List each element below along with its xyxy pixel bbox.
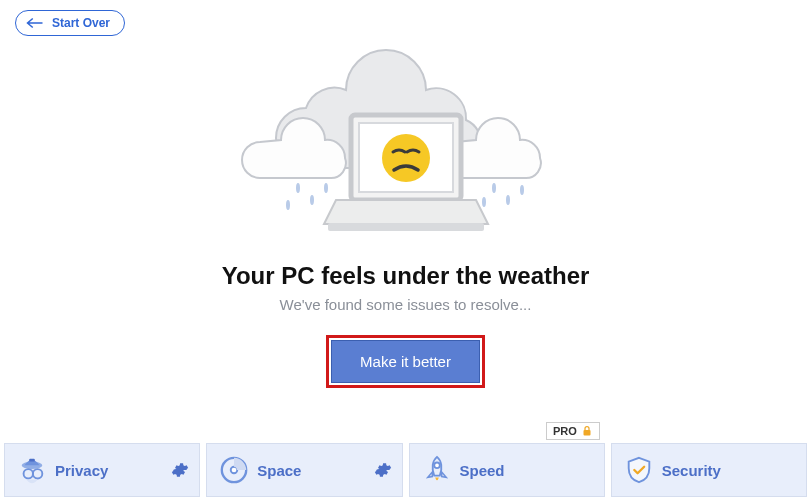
card-label: Speed xyxy=(460,462,594,479)
card-label: Space xyxy=(257,462,373,479)
svg-point-4 xyxy=(492,183,496,193)
spy-icon xyxy=(15,455,49,485)
rocket-icon xyxy=(420,455,454,485)
gear-icon[interactable] xyxy=(171,461,189,479)
svg-rect-18 xyxy=(583,430,590,436)
cta-highlight-box: Make it better xyxy=(326,335,485,388)
svg-point-3 xyxy=(286,200,290,210)
sad-laptop-illustration xyxy=(226,10,586,240)
card-security[interactable]: Security xyxy=(611,443,807,497)
svg-point-1 xyxy=(310,195,314,205)
card-privacy[interactable]: Privacy xyxy=(4,443,200,497)
pro-badge: PRO xyxy=(546,422,600,440)
card-space[interactable]: Space xyxy=(206,443,402,497)
svg-point-0 xyxy=(296,183,300,193)
card-speed[interactable]: PRO Speed xyxy=(409,443,605,497)
svg-point-7 xyxy=(482,197,486,207)
svg-point-5 xyxy=(506,195,510,205)
svg-point-19 xyxy=(434,463,440,469)
start-over-button[interactable]: Start Over xyxy=(15,10,125,36)
gear-icon[interactable] xyxy=(374,461,392,479)
svg-point-14 xyxy=(24,469,33,478)
svg-rect-10 xyxy=(328,223,484,231)
make-it-better-button[interactable]: Make it better xyxy=(331,340,480,383)
svg-point-11 xyxy=(382,134,430,182)
svg-point-15 xyxy=(33,469,42,478)
svg-point-2 xyxy=(324,183,328,193)
start-over-label: Start Over xyxy=(52,16,110,30)
shield-icon xyxy=(622,455,656,485)
hero-section: Your PC feels under the weather We've fo… xyxy=(216,10,596,388)
svg-rect-13 xyxy=(29,459,35,462)
card-label: Security xyxy=(662,462,796,479)
lock-icon xyxy=(581,425,593,437)
disk-icon xyxy=(217,455,251,485)
category-cards-row: Privacy Space PRO xyxy=(4,443,807,497)
pro-badge-label: PRO xyxy=(553,425,577,437)
hero-subline: We've found some issues to resolve... xyxy=(216,296,596,313)
svg-point-6 xyxy=(520,185,524,195)
card-label: Privacy xyxy=(55,462,171,479)
arrow-left-icon xyxy=(26,16,44,30)
hero-headline: Your PC feels under the weather xyxy=(216,262,596,290)
